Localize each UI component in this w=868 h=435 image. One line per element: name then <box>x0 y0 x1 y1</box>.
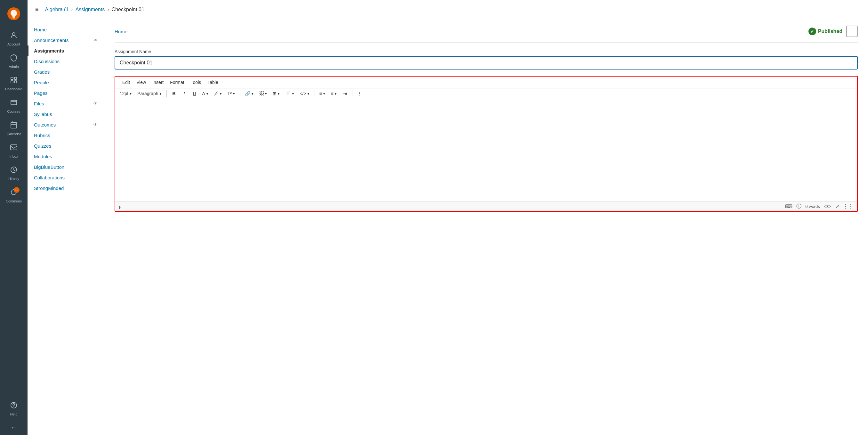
nav-item-outcomes[interactable]: Outcomes 👁 <box>28 119 104 130</box>
sidebar-item-commons[interactable]: 10 Commons <box>0 184 28 207</box>
highlight-icon: 🖊 <box>214 91 219 96</box>
nav-item-outcomes-label: Outcomes <box>34 122 56 127</box>
account-label: Account <box>7 42 20 46</box>
home-link[interactable]: Home <box>115 29 127 34</box>
account-icon <box>10 31 18 41</box>
nav-item-announcements[interactable]: Announcements 👁 <box>28 35 104 46</box>
assignment-name-input[interactable] <box>115 56 858 69</box>
dashboard-label: Dashboard <box>5 87 22 91</box>
rte-menu-view[interactable]: View <box>133 79 149 86</box>
nav-item-strongminded[interactable]: StrongMinded <box>28 183 104 194</box>
sidebar-item-calendar[interactable]: Calendar <box>0 117 28 140</box>
nav-item-discussions[interactable]: Discussions <box>28 56 104 67</box>
admin-icon <box>10 54 18 63</box>
calendar-icon <box>10 121 18 131</box>
rte-menu-tools[interactable]: Tools <box>188 79 205 86</box>
paragraph-selector[interactable]: Paragraph ▼ <box>135 90 164 97</box>
paragraph-chevron: ▼ <box>159 92 162 95</box>
sidebar-item-dashboard[interactable]: Dashboard <box>0 72 28 95</box>
published-bar-right: ✓ Published ⋮ <box>808 26 858 37</box>
align-chevron: ▼ <box>322 92 326 95</box>
link-button[interactable]: 🔗 ▼ <box>243 90 256 97</box>
inbox-label: Inbox <box>9 154 18 158</box>
outcomes-eye-icon: 👁 <box>93 122 98 127</box>
code-button[interactable]: </> ▼ <box>298 90 312 97</box>
resize-icon[interactable]: ⋮⋮ <box>843 203 853 209</box>
rte-body[interactable] <box>115 99 857 202</box>
commons-label: Commons <box>6 199 22 203</box>
nav-item-modules[interactable]: Modules <box>28 151 104 162</box>
embed-button[interactable]: ⊞ ▼ <box>271 90 282 97</box>
superscript-chevron: ▼ <box>232 92 236 95</box>
html-source-icon[interactable]: </> <box>824 204 831 209</box>
bold-button[interactable]: B <box>169 90 178 97</box>
nav-item-assignments[interactable]: Assignments <box>28 46 104 56</box>
italic-button[interactable]: I <box>180 90 188 97</box>
help-icon <box>10 401 18 411</box>
more-toolbar-icon: ⋮ <box>357 91 362 96</box>
code-icon: </> <box>300 91 306 96</box>
svg-rect-5 <box>14 77 17 80</box>
sidebar-item-inbox[interactable]: Inbox <box>0 140 28 162</box>
image-chevron: ▼ <box>265 92 268 95</box>
rte-menubar: Edit View Insert Format Tools Table <box>115 77 857 88</box>
breadcrumb-section[interactable]: Assignments <box>75 7 105 12</box>
nav-item-syllabus[interactable]: Syllabus <box>28 109 104 119</box>
rte-menu-insert[interactable]: Insert <box>149 79 167 86</box>
accessibility-icon[interactable]: ⓘ <box>796 203 801 210</box>
dashboard-icon <box>10 76 18 86</box>
list-button[interactable]: ≡ ▼ <box>329 90 339 97</box>
toolbar-sep-4 <box>352 90 352 97</box>
rte-menu-edit[interactable]: Edit <box>119 79 133 86</box>
files-eye-icon: 👁 <box>93 101 98 106</box>
font-color-icon: A <box>202 91 205 96</box>
superscript-button[interactable]: T² ▼ <box>226 90 238 97</box>
sidebar-item-courses[interactable]: Courses <box>0 95 28 117</box>
indent-button[interactable]: ⇥ <box>341 90 349 97</box>
highlight-button[interactable]: 🖊 ▼ <box>212 90 224 97</box>
image-button[interactable]: 🖼 ▼ <box>257 90 270 97</box>
toolbar-sep-1 <box>166 90 167 97</box>
hamburger-button[interactable]: ≡ <box>35 6 39 13</box>
document-icon: 📄 <box>285 91 290 96</box>
sidebar-item-account[interactable]: Account <box>0 28 28 50</box>
svg-rect-4 <box>11 77 13 80</box>
nav-item-discussions-label: Discussions <box>34 59 60 64</box>
fullscreen-icon[interactable]: ⤢ <box>835 203 839 209</box>
nav-item-bigbluebutton[interactable]: BigBlueButton <box>28 162 104 172</box>
nav-item-collaborations[interactable]: Collaborations <box>28 172 104 183</box>
font-color-button[interactable]: A ▼ <box>200 90 211 97</box>
svg-rect-2 <box>13 18 15 19</box>
nav-item-rubrics[interactable]: Rubrics <box>28 130 104 141</box>
nav-item-grades[interactable]: Grades <box>28 67 104 77</box>
help-label: Help <box>10 412 18 416</box>
topbar: ≡ Algebra (1 › Assignments › Checkpoint … <box>28 0 868 19</box>
sidebar-item-help[interactable]: Help <box>0 398 28 420</box>
keyboard-icon[interactable]: ⌨ <box>785 203 793 209</box>
breadcrumb: Algebra (1 › Assignments › Checkpoint 01 <box>45 7 144 12</box>
nav-item-bigbluebutton-label: BigBlueButton <box>34 164 64 170</box>
breadcrumb-course[interactable]: Algebra (1 <box>45 7 69 12</box>
document-button[interactable]: 📄 ▼ <box>283 90 297 97</box>
sidebar: Account Admin Dashboard Courses Calendar… <box>0 0 28 435</box>
more-options-icon: ⋮ <box>849 28 855 35</box>
nav-item-files[interactable]: Files 👁 <box>28 98 104 109</box>
sidebar-item-admin[interactable]: Admin <box>0 50 28 72</box>
align-button[interactable]: ≡ ▼ <box>317 90 328 97</box>
nav-item-people[interactable]: People <box>28 77 104 88</box>
rte-menu-format[interactable]: Format <box>167 79 187 86</box>
sidebar-back-button[interactable]: ← <box>0 420 28 435</box>
nav-item-announcements-label: Announcements <box>34 37 68 43</box>
nav-item-home[interactable]: Home <box>28 24 104 35</box>
nav-item-quizzes[interactable]: Quizzes <box>28 141 104 151</box>
nav-item-pages[interactable]: Pages <box>28 88 104 98</box>
sidebar-item-history[interactable]: History <box>0 162 28 184</box>
indent-icon: ⇥ <box>343 91 347 96</box>
underline-button[interactable]: U <box>190 90 199 97</box>
nav-item-people-label: People <box>34 80 49 85</box>
font-size-selector[interactable]: 12pt ▼ <box>118 90 134 97</box>
more-options-button[interactable]: ⋮ <box>846 26 858 37</box>
more-toolbar-button[interactable]: ⋮ <box>355 90 364 97</box>
nav-item-strongminded-label: StrongMinded <box>34 185 64 191</box>
rte-menu-table[interactable]: Table <box>204 79 221 86</box>
